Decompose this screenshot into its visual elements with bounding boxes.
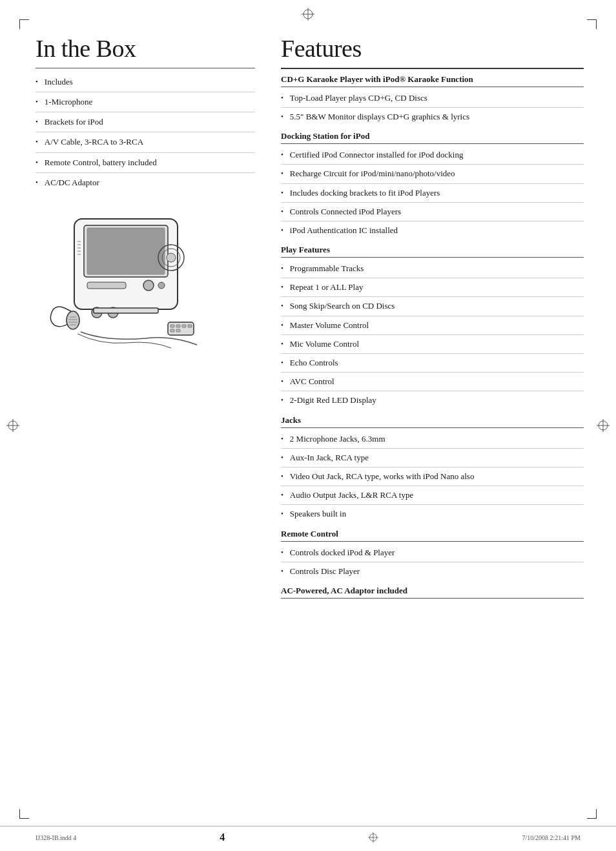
list-item: • Speakers built in [281,505,584,523]
list-item: • Brackets for iPod [36,112,255,132]
section-divider-0 [281,87,584,87]
list-item: • Aux-In Jack, RCA type [281,449,584,467]
section-divider-3 [281,427,584,428]
features-title-divider [281,68,584,69]
list-item-text: 2-Digit Red LED Display [290,395,376,406]
svg-rect-12 [87,282,126,289]
list-item-text: iPod Authentication IC installed [290,225,398,236]
features-section-0: CD+G Karaoke Player with iPod® Karaoke F… [281,74,584,126]
page-footer: IJ328-IB.indd 4 4 7/10/2008 2:21:41 PM [0,826,616,851]
list-item-text: Top-Load Player plays CD+G, CD Discs [290,92,427,104]
feature-list-0: • Top-Load Player plays CD+G, CD Discs •… [281,89,584,126]
main-content: In the Box • Includes • 1-Microphone • B… [0,0,616,826]
list-item-text: Includes [45,76,73,88]
bullet-icon: • [281,509,283,518]
footer-date-text: 7/10/2008 2:21:41 PM [522,834,580,841]
svg-point-26 [67,311,79,329]
list-item: • Song Skip/Search on CD Discs [281,297,584,316]
bullet-icon: • [281,490,283,500]
section-header-3: Jacks [281,415,584,425]
bullet-icon: • [281,320,283,330]
list-item-text: Song Skip/Search on CD Discs [290,300,395,312]
list-item: • Master Volume Control [281,316,584,335]
list-item-text: Controls docked iPod & Player [290,547,395,559]
list-item: • Controls Disc Player [281,562,584,580]
bullet-icon: • [36,117,38,127]
bullet-icon: • [281,150,283,159]
feature-list-2: • Programmable Tracks • Repeat 1 or ALL … [281,260,584,410]
list-item: • Includes [36,72,255,92]
list-item: • Video Out Jack, RCA type, works with i… [281,467,584,486]
bullet-icon: • [281,471,283,481]
list-item-text: Speakers built in [290,508,346,520]
crosshair-top-icon [302,8,314,21]
list-item: • Controls Connected iPod Players [281,203,584,221]
footer-file-text: IJ328-IB.indd 4 [36,834,76,841]
corner-mark-br [587,809,597,819]
list-item: • Programmable Tracks [281,260,584,278]
svg-rect-33 [176,325,180,327]
list-item: • Certified iPod Connector installed for… [281,146,584,165]
list-item-text: Brackets for iPod [45,116,103,128]
svg-point-22 [167,253,176,262]
list-item-text: 5.5" B&W Monitor displays CD+G graphics … [290,111,469,123]
corner-mark-tr [587,19,597,29]
section-header-5: AC-Powered, AC Adaptor included [281,586,584,596]
list-item: • Remote Control, battery included [36,153,255,173]
list-item-text: Controls Disc Player [290,566,360,577]
svg-rect-31 [168,322,194,335]
feature-list-3: • 2 Microphone Jacks, 6.3mm • Aux-In Jac… [281,430,584,524]
list-item-text: 2 Microphone Jacks, 6.3mm [290,433,385,445]
section-divider-1 [281,143,584,144]
list-item: • Recharge Circuit for iPod/mini/nano/ph… [281,165,584,183]
list-item-text: Echo Controls [290,357,338,369]
section-divider-2 [281,257,584,258]
bullet-icon: • [36,97,38,107]
bullet-icon: • [281,566,283,576]
bullet-icon: • [36,137,38,147]
svg-rect-37 [176,329,180,332]
list-item: • 2 Microphone Jacks, 6.3mm [281,430,584,449]
list-item-text: 1-Microphone [45,96,92,108]
crosshair-left-icon [6,419,19,432]
section-divider-5 [281,598,584,599]
list-item: • iPod Authentication IC installed [281,221,584,240]
bullet-icon: • [281,112,283,121]
list-item-text: Master Volume Control [290,320,369,331]
bullet-icon: • [281,376,283,386]
bullet-icon: • [281,207,283,216]
svg-rect-32 [170,325,174,327]
list-item: • Echo Controls [281,354,584,373]
features-title: Features [281,36,584,63]
right-column: Features CD+G Karaoke Player with iPod® … [268,36,584,787]
list-item: • AC/DC Adaptor [36,173,255,192]
list-item: • Audio Output Jacks, L&R RCA type [281,486,584,505]
list-item-text: Controls Connected iPod Players [290,206,401,218]
list-item-text: Programmable Tracks [290,263,364,274]
section-header-1: Docking Station for iPod [281,131,584,141]
list-item: • 5.5" B&W Monitor displays CD+G graphic… [281,108,584,126]
list-item: • 1-Microphone [36,92,255,112]
corner-mark-tl [19,19,29,29]
list-item: • Mic Volume Control [281,335,584,354]
svg-point-14 [158,282,165,289]
page-number: 4 [220,832,225,843]
feature-list-4: • Controls docked iPod & Player • Contro… [281,544,584,580]
features-section-2: Play Features • Programmable Tracks • Re… [281,245,584,410]
list-item-text: Certified iPod Connector installed for i… [290,149,464,161]
section-divider-4 [281,541,584,542]
feature-list-1: • Certified iPod Connector installed for… [281,146,584,240]
svg-rect-34 [182,325,186,327]
bullet-icon: • [281,188,283,198]
list-item-text: Video Out Jack, RCA type, works with iPo… [290,471,475,482]
section-header-4: Remote Control [281,529,584,539]
footer-crosshair-icon [368,832,378,843]
list-item-text: Mic Volume Control [290,338,359,350]
bullet-icon: • [281,93,283,103]
list-item: • Controls docked iPod & Player [281,544,584,562]
svg-rect-36 [170,329,174,332]
bullet-icon: • [281,263,283,273]
svg-rect-11 [87,228,165,274]
features-section-1: Docking Station for iPod • Certified iPo… [281,131,584,240]
list-item-text: Includes docking brackets to fit iPod Pl… [290,187,440,199]
